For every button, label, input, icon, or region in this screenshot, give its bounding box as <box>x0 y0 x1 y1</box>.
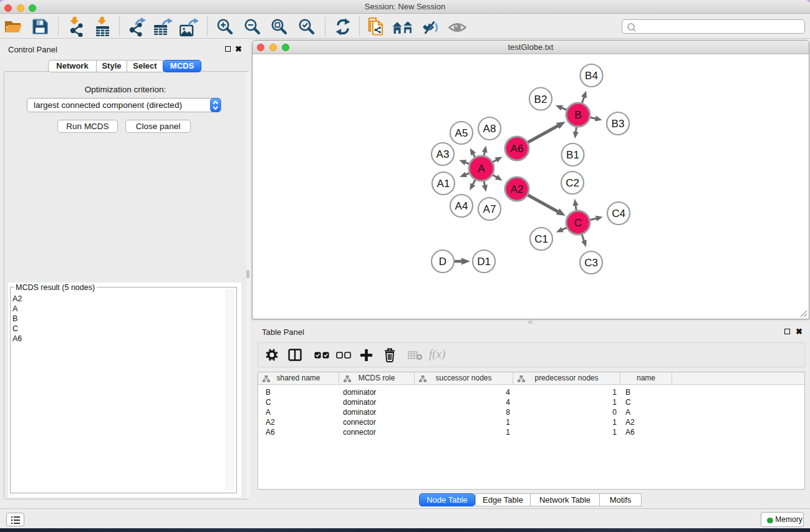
svg-text:C: C <box>574 217 582 229</box>
svg-text:A7: A7 <box>483 203 496 215</box>
svg-text:A: A <box>478 163 485 175</box>
svg-text:A2: A2 <box>511 183 524 195</box>
svg-text:D1: D1 <box>477 256 491 268</box>
svg-text:A6: A6 <box>511 143 524 155</box>
svg-text:B2: B2 <box>534 94 547 105</box>
svg-text:A1: A1 <box>437 178 450 190</box>
svg-text:A5: A5 <box>455 127 468 139</box>
svg-text:C4: C4 <box>612 208 625 220</box>
svg-text:B3: B3 <box>612 118 625 130</box>
svg-text:D: D <box>439 256 446 268</box>
svg-text:B4: B4 <box>585 70 598 82</box>
svg-text:A3: A3 <box>436 148 450 160</box>
svg-text:C2: C2 <box>566 177 579 189</box>
svg-text:B1: B1 <box>566 149 579 161</box>
svg-text:A4: A4 <box>455 200 468 212</box>
svg-text:C1: C1 <box>534 233 548 245</box>
svg-text:B: B <box>574 109 581 121</box>
svg-text:C3: C3 <box>584 257 598 269</box>
svg-text:A8: A8 <box>483 123 496 135</box>
